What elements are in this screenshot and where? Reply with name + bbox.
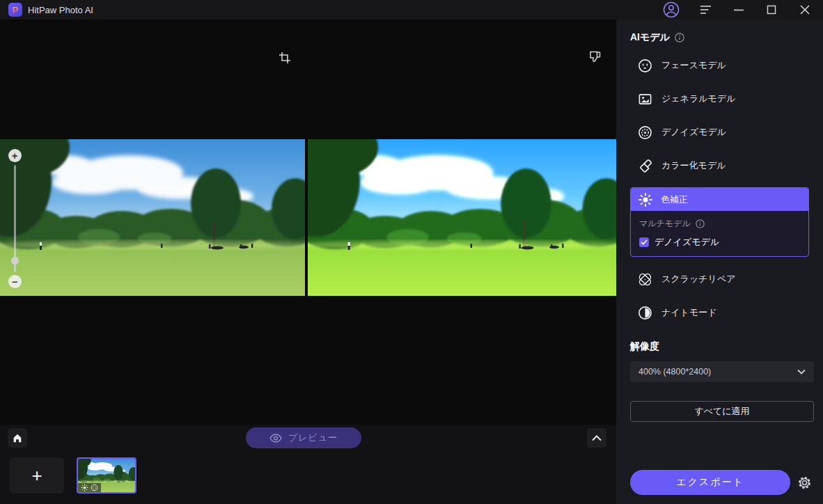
preview-button[interactable]: プレビュー (246, 427, 361, 448)
denoise-option-label: デノイズモデル (655, 236, 719, 249)
resolution-heading: 解像度 (630, 340, 659, 353)
selected-model-block: 色補正 マルチモデル デノイズモデル (630, 187, 809, 257)
denoise-option-row[interactable]: デノイズモデル (631, 230, 808, 256)
maximize-icon[interactable] (761, 0, 782, 19)
image-thumbnail[interactable] (77, 457, 136, 494)
bottom-bar: プレビュー + (0, 425, 616, 504)
add-image-button[interactable]: + (10, 457, 64, 494)
menu-icon[interactable] (696, 0, 716, 19)
model-label: カラー化モデル (661, 159, 726, 172)
minimize-icon[interactable] (728, 0, 749, 19)
app-logo-icon: P (8, 3, 22, 17)
close-icon[interactable] (794, 0, 815, 19)
thumbs-down-icon[interactable] (589, 50, 602, 63)
resolution-value: 400% (4800*2400) (638, 367, 711, 377)
chevron-up-icon (592, 435, 602, 441)
thumbnail-badges (78, 483, 101, 492)
color-correction-badge-icon (81, 484, 88, 491)
zoom-in-button[interactable]: + (8, 149, 22, 162)
apply-all-button[interactable]: すべてに適用 (630, 401, 814, 422)
app-title: HitPaw Photo AI (28, 5, 93, 15)
model-item-night-mode[interactable]: ナイトモード (630, 296, 809, 329)
preview-label: プレビュー (288, 432, 338, 444)
denoise-checkbox[interactable] (639, 237, 649, 247)
ai-model-sidebar: AIモデル フェースモデル ジェネラルモデル (616, 19, 823, 504)
home-icon (12, 432, 23, 443)
plus-icon: + (31, 465, 42, 487)
color-correction-icon (638, 193, 652, 207)
face-model-icon (638, 58, 652, 73)
zoom-out-button[interactable]: − (8, 275, 22, 288)
app-window: P HitPaw Photo AI (0, 0, 823, 504)
preview-image-enhanced (308, 139, 616, 296)
zoom-slider: + − (8, 149, 22, 302)
crop-icon[interactable] (279, 52, 291, 64)
model-list: フェースモデル ジェネラルモデル デノイズモデル (630, 49, 809, 329)
home-button[interactable] (8, 428, 27, 448)
model-label: フェースモデル (661, 59, 726, 72)
zoom-track[interactable] (14, 165, 16, 272)
sidebar-title: AIモデル (630, 31, 670, 44)
model-item-general[interactable]: ジェネラルモデル (630, 82, 809, 116)
multi-model-row: マルチモデル (631, 211, 808, 230)
account-icon[interactable] (661, 0, 682, 19)
collapse-panel-button[interactable] (587, 428, 606, 448)
model-label: スクラッチリペア (661, 273, 735, 285)
zoom-thumb[interactable] (11, 257, 19, 265)
model-item-color-correction[interactable]: 色補正 (631, 188, 808, 211)
denoise-model-icon (638, 125, 652, 140)
info-icon[interactable] (675, 33, 684, 42)
multi-model-label: マルチモデル (639, 218, 691, 230)
preview-image-original (0, 139, 305, 296)
model-item-denoise[interactable]: デノイズモデル (630, 116, 809, 149)
model-item-colorize[interactable]: カラー化モデル (630, 149, 809, 182)
check-icon (641, 239, 648, 245)
colorize-model-icon (638, 159, 652, 173)
export-button[interactable]: エクスポート (630, 470, 790, 495)
model-label: ジェネラルモデル (661, 93, 735, 105)
scratch-repair-icon (638, 272, 652, 287)
model-label: 色補正 (661, 194, 688, 206)
model-item-scratch-repair[interactable]: スクラッチリペア (630, 262, 809, 296)
resolution-select[interactable]: 400% (4800*2400) (630, 361, 814, 382)
denoise-badge-icon (91, 484, 98, 491)
model-label: ナイトモード (661, 306, 717, 319)
night-mode-icon (638, 306, 652, 320)
model-label: デノイズモデル (661, 126, 726, 139)
titlebar: P HitPaw Photo AI (0, 0, 823, 19)
sidebar-header: AIモデル (630, 31, 684, 44)
info-icon[interactable] (696, 219, 705, 228)
editor-canvas: + − (0, 19, 616, 425)
eye-icon (269, 434, 282, 443)
settings-gear-icon[interactable] (797, 475, 813, 491)
chevron-down-icon (797, 369, 806, 375)
general-model-icon (638, 92, 652, 107)
model-item-face[interactable]: フェースモデル (630, 49, 809, 82)
